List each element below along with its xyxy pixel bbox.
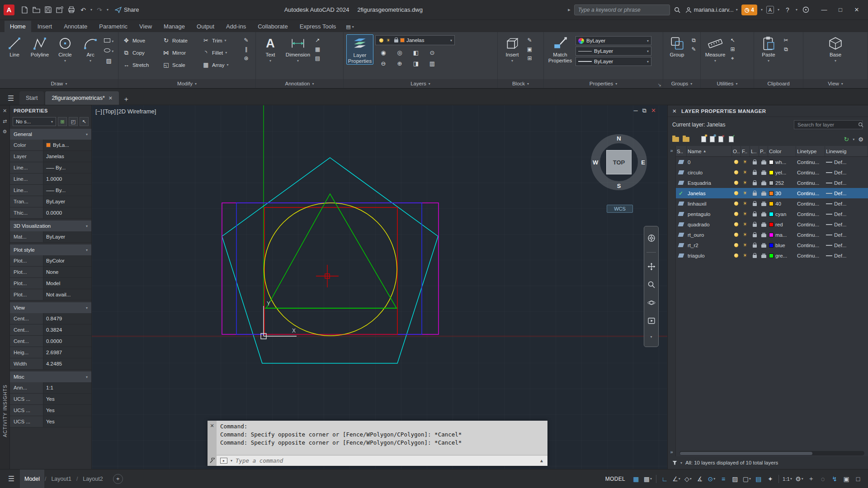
panel-label-draw[interactable]: Draw▾ [0, 79, 118, 88]
selection-modes-toggle[interactable]: ✦ [765, 473, 776, 485]
layer-lineweight[interactable]: Def... [825, 157, 868, 167]
autocad-logo-icon[interactable]: A [4, 5, 14, 15]
rotate-tool-button[interactable]: ↻Rotate [161, 34, 201, 47]
toggle-pickadd-icon[interactable]: ↖ [80, 117, 89, 126]
layer-color-cell[interactable]: gre... [768, 250, 796, 261]
layer-name[interactable]: rt_r2 [687, 240, 732, 250]
save-icon[interactable] [43, 5, 52, 14]
insert-block-button[interactable]: Insert ▾ [500, 34, 524, 63]
model-space-button[interactable]: MODEL [601, 476, 630, 482]
app-dropdown-icon[interactable]: ▾ [778, 8, 779, 12]
set-current-layer-icon[interactable] [729, 136, 734, 142]
circle-flyout-icon[interactable]: ▾ [64, 59, 66, 63]
property-row[interactable]: Plot...ByColor [10, 255, 91, 267]
dimension-tool-button[interactable]: Dimension ▾ [284, 34, 312, 63]
layer-color-cell[interactable]: cyan [768, 209, 796, 219]
panel-label-groups[interactable]: Groups▾ [663, 79, 700, 88]
property-row[interactable]: Thic...0.0000 [10, 207, 91, 219]
help-icon[interactable]: ? [783, 5, 792, 14]
property-row[interactable]: UCS ...Yes [10, 394, 91, 405]
property-value[interactable]: ByLayer [43, 231, 91, 242]
layer-row[interactable]: linhauxil☀40Continu...Def... [676, 198, 868, 209]
property-value[interactable]: ——By... [43, 162, 91, 173]
section-header[interactable]: Misc▾ [10, 371, 91, 382]
palette-settings-icon[interactable]: ⚙ [3, 129, 7, 135]
add-scales-icon[interactable]: ＋ [806, 473, 816, 485]
id-point-icon[interactable]: ⌖ [729, 55, 736, 61]
erase-tool-icon[interactable]: ✎ [242, 37, 250, 43]
snap-mode-toggle[interactable]: ▩▾ [642, 473, 653, 485]
layer-thaw-all-tool-icon[interactable]: ◨ [412, 60, 420, 67]
scrollbar-thumb[interactable] [680, 452, 812, 455]
property-value[interactable]: 2.6987 [43, 347, 91, 358]
palette-close-icon[interactable]: ✕ [3, 108, 7, 114]
save-as-icon[interactable] [55, 5, 64, 14]
account-menu[interactable]: mariana.i.carv... ▾ [685, 7, 738, 13]
viewport-minus-control[interactable]: [−] [95, 108, 102, 115]
command-customize-wrench-icon[interactable] [209, 458, 215, 464]
layer-linetype[interactable]: Continu... [796, 157, 825, 167]
layer-color-cell[interactable]: 40 [768, 198, 796, 209]
object-snap-tracking-toggle[interactable]: ∡ [694, 473, 705, 485]
layer-properties-button[interactable]: Layer Properties [346, 34, 373, 65]
layer-row[interactable]: pentagulo☀cyanContinu...Def... [676, 209, 868, 219]
layer-name[interactable]: Esquadria [687, 178, 732, 188]
ellipse-tool-icon[interactable]: ▾ [104, 47, 113, 54]
block-editor-icon[interactable]: ✎ [526, 37, 533, 43]
layout-tab-layout2[interactable]: Layout2 [78, 469, 107, 488]
new-file-icon[interactable] [20, 5, 29, 14]
panel-label-modify[interactable]: Modify▾ [118, 79, 255, 88]
layer-name[interactable]: pentagulo [687, 209, 732, 219]
layer-name[interactable]: triagulo [687, 250, 732, 261]
viewport-visual-style-control[interactable]: [2D Wireframe] [117, 108, 156, 115]
property-row[interactable]: Width4.2485 [10, 358, 91, 370]
layer-lineweight[interactable]: Def... [825, 230, 868, 240]
tab-drawing[interactable]: 2figurasgeometricas* ✕ [45, 91, 119, 105]
redo-dropdown-icon[interactable]: ▾ [107, 8, 108, 12]
property-value[interactable]: 4.2485 [43, 358, 91, 369]
measure-flyout-icon[interactable]: ▾ [714, 59, 716, 63]
annotation-scale-button[interactable]: 1:1▾ [782, 473, 793, 485]
panel-label-view[interactable]: View▾ [803, 79, 868, 88]
move-tool-button[interactable]: ✥Move [121, 34, 161, 47]
layer-search-input[interactable] [794, 120, 863, 129]
layer-search-icon[interactable] [858, 122, 863, 127]
circle-yellow[interactable] [264, 203, 397, 336]
layer-manager-close-icon[interactable]: ✕ [672, 108, 677, 114]
layer-row[interactable]: Esquadria☀252Continu...Def... [676, 178, 868, 188]
command-window[interactable]: ✕ Command:Command: Specify opposite corn… [208, 421, 547, 466]
transparency-toggle[interactable]: ▨ [730, 473, 741, 485]
layer-color-cell[interactable]: blue [768, 240, 796, 250]
layer-column-header[interactable]: O.. [732, 146, 741, 156]
ucs-x-label[interactable]: X [292, 328, 296, 334]
layer-isolate-tool-icon[interactable]: ◎ [396, 49, 404, 56]
copy-tool-button[interactable]: ⧉Copy [121, 47, 161, 59]
ungroup-icon[interactable]: ⧉ [690, 37, 698, 43]
ribbon-tab-express-tools[interactable]: Express Tools [294, 21, 342, 32]
scale-tool-button[interactable]: ◱Scale [161, 59, 201, 71]
compass-east[interactable]: E [641, 159, 645, 166]
paste-flyout-icon[interactable]: ▾ [768, 59, 769, 63]
panel-label-block[interactable]: Block▾ [498, 79, 543, 88]
cut-icon[interactable]: ✂ [782, 37, 790, 43]
panel-label-layers[interactable]: Layers▾ [344, 79, 497, 88]
property-row[interactable]: Line...1.0000 [10, 174, 91, 185]
close-button[interactable]: ✕ [849, 3, 864, 17]
collapse-bottom-icon[interactable]: » [670, 449, 673, 455]
search-icon[interactable] [673, 5, 682, 14]
clean-screen-icon[interactable]: □ [853, 473, 863, 485]
showmotion-icon[interactable] [647, 317, 656, 325]
layer-column-header[interactable]: P.. [759, 146, 768, 156]
arc-tool-button[interactable]: Arc ▾ [79, 34, 102, 63]
command-input-row[interactable]: ▸ ▾ Type a command ▲ [217, 455, 547, 466]
property-row[interactable]: UCS ...Yes [10, 416, 91, 427]
selection-type-dropdown[interactable]: No s...▾ [13, 117, 56, 126]
layer-lineweight[interactable]: Def... [825, 209, 868, 219]
layer-color-cell[interactable]: 30 [768, 188, 796, 198]
property-value[interactable]: ByColor [43, 255, 91, 266]
property-row[interactable]: Line...——By... [10, 162, 91, 174]
multileader-tool-icon[interactable]: ↗ [314, 37, 321, 43]
layer-linetype[interactable]: Continu... [796, 188, 825, 198]
layer-linetype[interactable]: Continu... [796, 198, 825, 209]
polar-tracking-toggle[interactable]: ∠▾ [671, 473, 682, 485]
